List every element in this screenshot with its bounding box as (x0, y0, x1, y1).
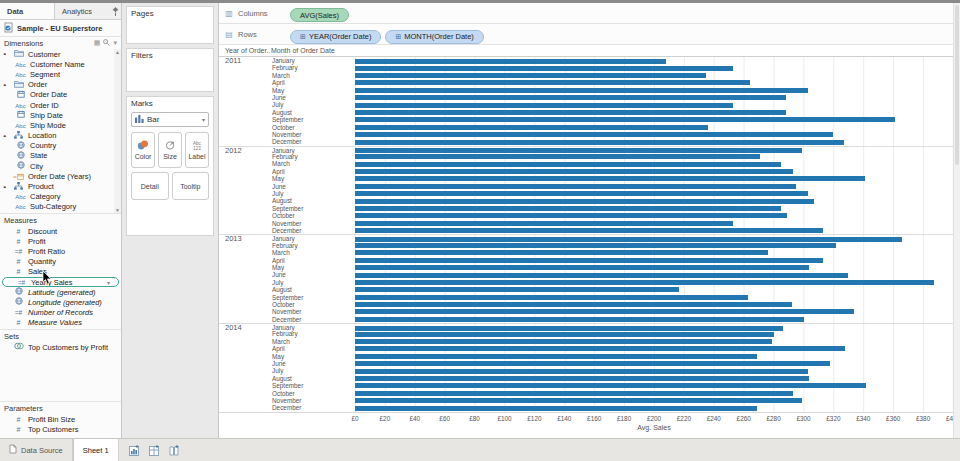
bar[interactable] (355, 287, 679, 292)
bar[interactable] (355, 369, 808, 374)
year-label[interactable] (219, 101, 271, 108)
year-label[interactable] (219, 205, 271, 212)
month-label[interactable]: August (271, 109, 355, 116)
year-label[interactable] (219, 160, 271, 167)
bar[interactable] (355, 243, 836, 248)
bar[interactable] (355, 206, 781, 211)
year-label[interactable] (219, 279, 271, 286)
bar[interactable] (355, 117, 895, 122)
year-label[interactable] (219, 390, 271, 397)
bar[interactable] (355, 383, 866, 388)
bar[interactable] (355, 280, 934, 285)
bar[interactable] (355, 140, 844, 145)
year-label[interactable] (219, 330, 271, 337)
dimension-field[interactable]: AbcCategory (0, 192, 121, 202)
year-label[interactable] (219, 353, 271, 360)
month-label[interactable]: October (271, 301, 355, 308)
month-label[interactable]: June (271, 271, 355, 278)
bar[interactable] (355, 361, 830, 366)
expand-plus-icon[interactable]: ⊞ (395, 33, 401, 41)
bar[interactable] (355, 265, 809, 270)
year-label[interactable] (219, 197, 271, 204)
month-label[interactable]: April (271, 257, 355, 264)
year-label[interactable] (219, 375, 271, 382)
bar[interactable] (355, 376, 809, 381)
month-label[interactable]: February (271, 64, 355, 71)
new-dashboard-icon[interactable] (149, 445, 160, 456)
month-label[interactable]: March (271, 160, 355, 167)
month-label[interactable]: May (271, 264, 355, 271)
color-button[interactable]: Color (131, 132, 155, 168)
bar[interactable] (355, 73, 706, 78)
dimension-field[interactable]: AbcOrder ID (0, 100, 121, 110)
bar[interactable] (355, 162, 781, 167)
month-label[interactable]: May (271, 353, 355, 360)
year-label[interactable] (219, 190, 271, 197)
mark-type-dropdown[interactable]: Bar ▾ (131, 112, 209, 127)
year-label[interactable] (219, 153, 271, 160)
month-label[interactable]: February (271, 330, 355, 337)
measure-field[interactable]: =#Profit Ratio (0, 246, 121, 256)
month-label[interactable]: June (271, 360, 355, 367)
year-label[interactable] (219, 345, 271, 352)
year-label[interactable] (219, 242, 271, 249)
dimension-field[interactable]: ▸Order (0, 80, 121, 90)
year-label[interactable] (219, 175, 271, 182)
tab-data[interactable]: Data (0, 3, 55, 19)
month-label[interactable]: December (271, 316, 355, 323)
parameter-field[interactable]: #Top Customers (0, 424, 121, 434)
sheet-tab-sheet1[interactable]: Sheet 1 (73, 439, 119, 461)
measure-field[interactable]: =#Yearly Sales▾ (2, 277, 119, 287)
bar[interactable] (355, 221, 733, 226)
bar[interactable] (355, 354, 757, 359)
month-label[interactable]: February (271, 153, 355, 160)
dimension-field[interactable]: Order Date (0, 90, 121, 100)
bar[interactable] (355, 110, 786, 115)
bar[interactable] (355, 59, 666, 64)
label-button[interactable]: Abc123 Label (185, 132, 209, 168)
month-label[interactable]: July (271, 101, 355, 108)
columns-shelf[interactable]: ▥ Columns AVG(Sales) (219, 3, 953, 24)
tooltip-button[interactable]: Tooltip (172, 172, 210, 200)
bar[interactable] (355, 391, 793, 396)
year-label[interactable] (219, 87, 271, 94)
bar[interactable] (355, 228, 823, 233)
month-label[interactable]: May (271, 87, 355, 94)
year-label[interactable] (219, 367, 271, 374)
dimension-field[interactable]: Country (0, 141, 121, 151)
year-label[interactable] (219, 168, 271, 175)
month-label[interactable]: August (271, 197, 355, 204)
measure-field[interactable]: #Measure Values (0, 318, 121, 328)
vertical-scrollbar[interactable] (953, 3, 960, 438)
bar[interactable] (355, 88, 808, 93)
year-label[interactable] (219, 183, 271, 190)
month-label[interactable]: August (271, 375, 355, 382)
dimension-field[interactable]: Ship Date (0, 110, 121, 120)
view-data-icon[interactable]: ▦ (94, 39, 101, 47)
year-label[interactable] (219, 264, 271, 271)
bar[interactable] (355, 406, 757, 411)
month-label[interactable]: December (271, 227, 355, 234)
month-label[interactable]: May (271, 175, 355, 182)
bar[interactable] (355, 398, 802, 403)
year-label[interactable] (219, 212, 271, 219)
dimension-field[interactable]: AbcShip Mode (0, 120, 121, 130)
year-label[interactable] (219, 64, 271, 71)
year-label[interactable] (219, 404, 271, 411)
year-label[interactable] (219, 338, 271, 345)
pin-icon[interactable] (109, 3, 121, 19)
month-label[interactable]: September (271, 205, 355, 212)
year-label[interactable] (219, 397, 271, 404)
year-label[interactable] (219, 138, 271, 145)
dimension-field[interactable]: City (0, 161, 121, 171)
month-label[interactable]: March (271, 249, 355, 256)
month-label[interactable]: June (271, 94, 355, 101)
year-label[interactable] (219, 72, 271, 79)
year-label[interactable] (219, 271, 271, 278)
bar[interactable] (355, 80, 750, 85)
search-icon[interactable] (103, 39, 110, 47)
tab-analytics[interactable]: Analytics (55, 3, 109, 19)
bar[interactable] (355, 339, 772, 344)
set-field[interactable]: Top Customers by Profit (0, 342, 121, 352)
month-label[interactable]: November (271, 308, 355, 315)
